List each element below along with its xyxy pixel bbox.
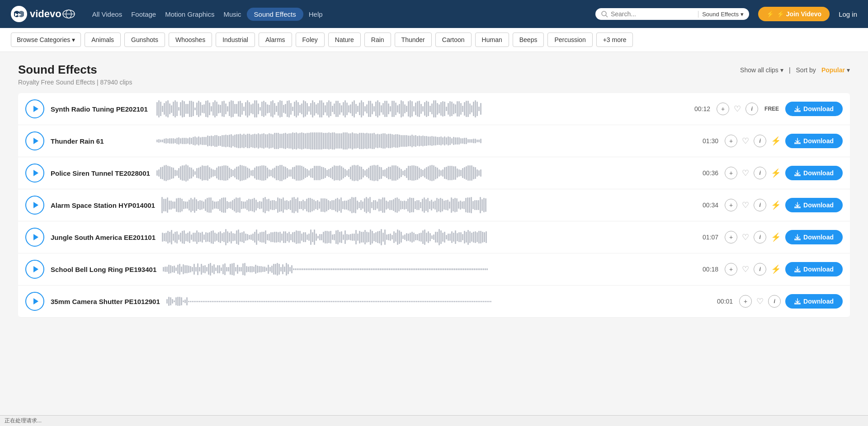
waveform[interactable] [156, 164, 694, 182]
download-button[interactable]: Download [785, 102, 843, 116]
favorite-icon[interactable]: ♡ [742, 264, 749, 274]
free-badge: FREE [763, 105, 781, 113]
nav-item-all-videos[interactable]: All Videos [89, 9, 126, 20]
track-row: Jungle South America EE20110101:07+♡i⚡ D… [18, 221, 850, 253]
category-tag-3-more[interactable]: +3 more [596, 33, 633, 47]
category-tag-foley[interactable]: Foley [296, 33, 325, 47]
play-button[interactable] [25, 228, 44, 247]
nav-item-help[interactable]: Help [305, 9, 326, 20]
track-name: Alarm Space Station HYP014001 [51, 201, 155, 209]
add-to-collection-icon[interactable]: + [725, 167, 737, 179]
favorite-icon[interactable]: ♡ [756, 296, 764, 306]
page-title: Sound Effects [18, 63, 132, 77]
add-to-collection-icon[interactable]: + [725, 135, 737, 147]
svg-line-7 [606, 15, 608, 17]
category-tag-rain[interactable]: Rain [364, 33, 391, 47]
search-input[interactable] [611, 10, 695, 18]
track-actions: +♡i⚡ Download [725, 166, 843, 180]
favorite-icon[interactable]: ♡ [734, 104, 741, 114]
download-button[interactable]: Download [785, 294, 843, 309]
info-icon[interactable]: i [754, 199, 766, 211]
join-button[interactable]: ⚡ ⚡ Join Videvo [758, 7, 830, 21]
sort-by-selector[interactable]: Sort by Popular ▾ [796, 66, 850, 74]
nav-item-sound-effects[interactable]: Sound Effects [247, 8, 303, 21]
category-tag-percussion[interactable]: Percussion [547, 33, 592, 47]
play-button[interactable] [25, 164, 44, 183]
play-button[interactable] [25, 99, 44, 118]
info-icon[interactable]: i [768, 295, 781, 308]
svg-marker-8 [33, 106, 38, 112]
add-to-collection-icon[interactable]: + [725, 199, 737, 211]
track-row: Alarm Space Station HYP01400100:34+♡i⚡ D… [18, 189, 850, 221]
nav-item-footage[interactable]: Footage [127, 9, 160, 20]
category-tag-animals[interactable]: Animals [85, 33, 121, 47]
search-scope-selector[interactable]: Sound Effects ▾ [698, 11, 744, 18]
login-button[interactable]: Log in [839, 10, 857, 18]
favorite-icon[interactable]: ♡ [742, 232, 749, 242]
waveform[interactable] [156, 100, 686, 118]
search-icon [601, 10, 608, 18]
waveform[interactable] [162, 228, 694, 246]
browse-categories-button[interactable]: Browse Categories ▾ [11, 33, 81, 47]
lightning-icon: ⚡ [766, 10, 774, 18]
info-icon[interactable]: i [754, 135, 766, 147]
track-list: Synth Radio Tuning PE20210100:12+♡iFREE … [18, 93, 850, 318]
info-icon[interactable]: i [754, 231, 766, 243]
download-button[interactable]: Download [785, 230, 843, 244]
add-to-collection-icon[interactable]: + [717, 103, 729, 115]
nav-item-motion-graphics[interactable]: Motion Graphics [161, 9, 218, 20]
add-to-collection-icon[interactable]: + [725, 263, 737, 276]
premium-lightning-icon: ⚡ [771, 168, 781, 178]
category-tag-beeps[interactable]: Beeps [513, 33, 544, 47]
play-button[interactable] [25, 260, 44, 279]
play-button[interactable] [25, 196, 44, 215]
track-name: Synth Radio Tuning PE202101 [51, 105, 150, 113]
premium-lightning-icon: ⚡ [771, 264, 781, 274]
category-tag-nature[interactable]: Nature [328, 33, 361, 47]
track-actions: +♡i⚡ Download [725, 198, 843, 212]
play-button[interactable] [25, 292, 44, 311]
logo[interactable]: ▶▶ videvo [11, 6, 75, 22]
category-tag-whooshes[interactable]: Whooshes [169, 33, 212, 47]
category-tag-industrial[interactable]: Industrial [216, 33, 255, 47]
add-to-collection-icon[interactable]: + [725, 231, 737, 243]
sort-bar: Show all clips ▾ | Sort by Popular ▾ [740, 66, 850, 74]
track-row: School Bell Long Ring PE19340100:18+♡i⚡ … [18, 253, 850, 286]
track-duration: 01:07 [700, 234, 718, 241]
nav-item-music[interactable]: Music [220, 9, 245, 20]
info-icon[interactable]: i [754, 263, 766, 276]
category-bar: Browse Categories ▾ AnimalsGunshotsWhoos… [0, 28, 868, 52]
favorite-icon[interactable]: ♡ [742, 200, 749, 210]
download-button[interactable]: Download [785, 198, 843, 212]
play-button[interactable] [25, 131, 44, 150]
svg-marker-11 [33, 202, 38, 208]
category-tag-thunder[interactable]: Thunder [395, 33, 432, 47]
waveform[interactable] [161, 196, 694, 214]
download-button[interactable]: Download [785, 166, 843, 180]
track-row: Police Siren Tunnel TE202800100:36+♡i⚡ D… [18, 157, 850, 189]
add-to-collection-icon[interactable]: + [739, 295, 752, 308]
svg-marker-14 [33, 298, 38, 304]
download-button[interactable]: Download [785, 134, 843, 148]
track-actions: +♡iFREE Download [717, 102, 843, 116]
track-duration: 00:34 [700, 201, 718, 209]
waveform[interactable] [156, 132, 694, 150]
track-row: 35mm Camera Shutter PE101290100:01+♡i Do… [18, 286, 850, 318]
waveform[interactable] [166, 292, 708, 310]
track-duration: 01:30 [700, 137, 718, 145]
show-all-clips[interactable]: Show all clips ▾ [740, 66, 783, 74]
track-name: 35mm Camera Shutter PE1012901 [51, 298, 160, 305]
search-bar[interactable]: Sound Effects ▾ [595, 8, 749, 20]
category-tag-alarms[interactable]: Alarms [259, 33, 292, 47]
favorite-icon[interactable]: ♡ [742, 136, 749, 146]
category-tag-gunshots[interactable]: Gunshots [124, 33, 165, 47]
category-tag-human[interactable]: Human [475, 33, 509, 47]
info-icon[interactable]: i [745, 103, 758, 115]
download-button[interactable]: Download [785, 262, 843, 276]
waveform[interactable] [163, 260, 694, 278]
info-icon[interactable]: i [754, 167, 766, 179]
favorite-icon[interactable]: ♡ [742, 168, 749, 178]
category-tag-cartoon[interactable]: Cartoon [435, 33, 472, 47]
svg-marker-12 [33, 234, 38, 240]
navbar: ▶▶ videvo All VideosFootageMotion Graphi… [0, 0, 868, 28]
